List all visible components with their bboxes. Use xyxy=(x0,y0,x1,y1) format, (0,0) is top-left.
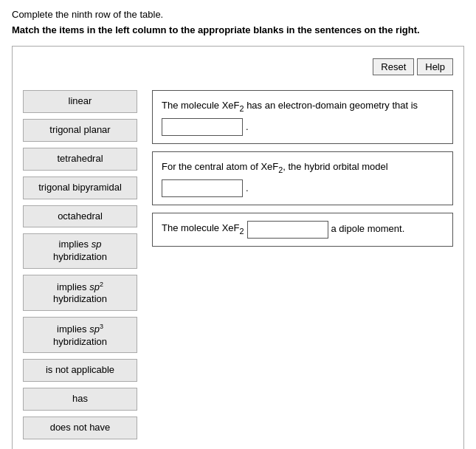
left-column: linear trigonal planar tetrahedral trigo… xyxy=(23,90,137,439)
instruction-line1: Complete the ninth row of the table. xyxy=(12,9,464,20)
sentence-3-text1: The molecule XeF2 xyxy=(162,221,244,238)
sentence-box-1: The molecule XeF2 has an electron-domain… xyxy=(152,90,453,144)
sentence-2-line2: . xyxy=(162,179,444,197)
sentence-2-line1: For the central atom of XeF2, the hybrid… xyxy=(162,160,444,176)
left-item-tetrahedral[interactable]: tetrahedral xyxy=(23,148,137,171)
sentence-2-period: . xyxy=(246,182,249,193)
left-item-does-not-have[interactable]: does not have xyxy=(23,417,137,439)
matching-layout: linear trigonal planar tetrahedral trigo… xyxy=(23,90,453,439)
sentence-1-line2: . xyxy=(162,118,444,136)
main-container: Reset Help linear trigonal planar tetrah… xyxy=(12,46,464,449)
reset-button[interactable]: Reset xyxy=(373,58,414,75)
left-item-implies-sp2[interactable]: implies sp2hybridization xyxy=(23,275,137,311)
sentence-box-2: For the central atom of XeF2, the hybrid… xyxy=(152,151,453,205)
sentence-3-line1: The molecule XeF2 a dipole moment. xyxy=(162,221,444,239)
blank-1[interactable] xyxy=(162,118,243,136)
left-item-octahedral[interactable]: octahedral xyxy=(23,205,137,228)
sentence-1-line1: The molecule XeF2 has an electron-domain… xyxy=(162,98,444,115)
instruction-line2: Match the items in the left column to th… xyxy=(12,24,464,35)
blank-2[interactable] xyxy=(162,179,243,197)
sentence-3-text2: a dipole moment. xyxy=(331,222,405,237)
left-item-linear[interactable]: linear xyxy=(23,90,137,113)
sentence-box-3: The molecule XeF2 a dipole moment. xyxy=(152,213,453,247)
sentence-2-text1: For the central atom of XeF2, the hybrid… xyxy=(162,160,388,176)
top-buttons-area: Reset Help xyxy=(23,58,453,75)
left-item-implies-sp3[interactable]: implies sp3hybridization xyxy=(23,317,137,353)
left-item-trigonal-planar[interactable]: trigonal planar xyxy=(23,119,137,142)
blank-3[interactable] xyxy=(247,221,328,239)
left-item-trigonal-bipyramidal[interactable]: trigonal bipyramidal xyxy=(23,176,137,199)
left-item-has[interactable]: has xyxy=(23,388,137,411)
sentence-1-period: . xyxy=(246,121,249,132)
sentence-1-text1: The molecule XeF2 has an electron-domain… xyxy=(162,98,418,115)
right-column: The molecule XeF2 has an electron-domain… xyxy=(152,90,453,439)
help-button[interactable]: Help xyxy=(417,58,453,75)
left-item-is-not-applicable[interactable]: is not applicable xyxy=(23,359,137,382)
left-item-implies-sp[interactable]: implies sphybridization xyxy=(23,233,137,269)
